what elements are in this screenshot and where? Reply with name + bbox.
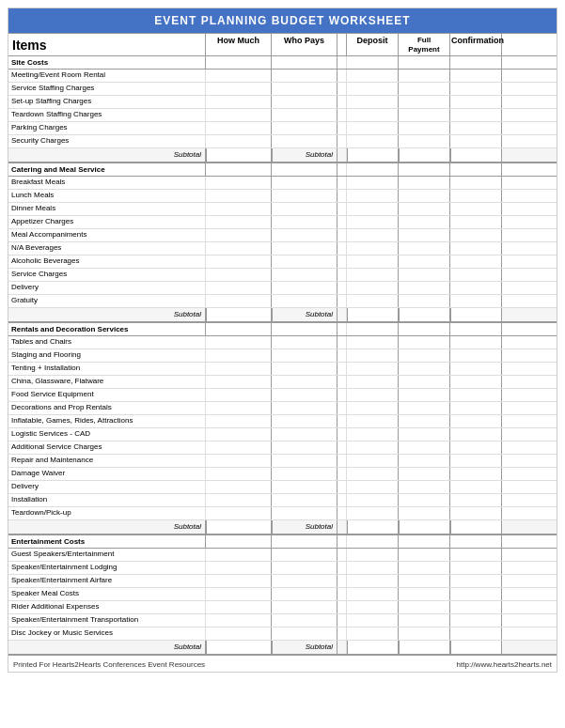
section-catering: Catering and Meal Service Breakfast Meal… xyxy=(8,163,557,323)
row-label: Installation xyxy=(8,494,206,506)
items-header: Items xyxy=(8,34,206,55)
row-label: Lunch Meals xyxy=(8,190,206,202)
who-pays-header: Who Pays xyxy=(272,34,337,55)
sh-full[interactable] xyxy=(399,56,450,69)
table-row: Service Staffing Charges xyxy=(8,83,557,96)
row-label: Logistic Services - CAD xyxy=(8,428,206,441)
section-site-costs: Site Costs Meeting/Event Room Rental Ser… xyxy=(8,56,557,163)
table-row: Food Service Equipment xyxy=(8,389,557,402)
subtotal-label: Subtotal xyxy=(8,148,206,162)
sh-howmuch xyxy=(206,56,272,69)
sh-conf[interactable] xyxy=(450,56,502,69)
subtotal-label: Subtotal xyxy=(8,520,206,534)
section-title: Site Costs xyxy=(8,56,206,69)
row-label: Delivery xyxy=(8,481,206,493)
row-label: Staging and Flooring xyxy=(8,349,206,362)
table-row: Repair and Maintenance xyxy=(8,455,557,468)
how-much-header: How Much xyxy=(206,34,272,55)
table-row: China, Glassware, Flatware xyxy=(8,376,557,389)
row-label: Speaker/Entertainment Transportation xyxy=(8,614,206,627)
subtotal-label: Subtotal xyxy=(8,641,206,654)
footer: Printed For Hearts2Hearts Conferences Ev… xyxy=(8,656,557,672)
table-row: Dinner Meals xyxy=(8,203,557,216)
row-label: Teardown Staffing Charges xyxy=(8,109,206,121)
row-label: Meeting/Event Room Rental xyxy=(8,70,206,82)
table-row: Breakfast Meals xyxy=(8,177,557,190)
table-row: Speaker/Entertainment Lodging xyxy=(8,562,557,575)
table-row: Alcoholic Beverages xyxy=(8,256,557,269)
page-title: EVENT PLANNING BUDGET WORKSHEET xyxy=(8,8,557,33)
row-label: N/A Beverages xyxy=(8,242,206,255)
column-headers: Items How Much Who Pays Deposit FullPaym… xyxy=(8,33,557,56)
row-label: Parking Charges xyxy=(8,122,206,134)
row-label: Repair and Maintenance xyxy=(8,455,206,467)
row-label: Service Charges xyxy=(8,269,206,281)
table-row: N/A Beverages xyxy=(8,242,557,256)
row-label: Dinner Meals xyxy=(8,203,206,215)
worksheet: EVENT PLANNING BUDGET WORKSHEET Items Ho… xyxy=(8,8,557,673)
table-row: Additional Service Charges xyxy=(8,441,557,455)
footer-right: http://www.hearts2hearts.net xyxy=(457,660,552,669)
row-label: Meal Accompaniments xyxy=(8,229,206,241)
table-row: Delivery xyxy=(8,282,557,295)
section-header-row: Entertainment Costs xyxy=(8,535,557,549)
table-row: Logistic Services - CAD xyxy=(8,428,557,441)
sh-deposit[interactable] xyxy=(347,56,399,69)
row-label: Teardown/Pick-up xyxy=(8,507,206,519)
row-label: Rider Additional Expenses xyxy=(8,601,206,613)
section-title: Entertainment Costs xyxy=(8,535,206,548)
section-title: Rentals and Decoration Services xyxy=(8,323,206,335)
table-row: Security Charges xyxy=(8,135,557,148)
subtotal-row: Subtotal Subtotal xyxy=(8,148,557,163)
table-row: Gratuity xyxy=(8,295,557,308)
table-row: Disc Jockey or Music Services xyxy=(8,627,557,641)
table-row: Tables and Chairs xyxy=(8,336,557,349)
table-row: Lunch Meals xyxy=(8,190,557,203)
table-row: Delivery xyxy=(8,481,557,494)
row-label: Security Charges xyxy=(8,135,206,147)
table-row: Speaker Meal Costs xyxy=(8,588,557,601)
table-row: Parking Charges xyxy=(8,122,557,135)
row-label: Service Staffing Charges xyxy=(8,83,206,95)
row-label: Guest Speakers/Entertainment xyxy=(8,549,206,561)
table-row: Speaker/Entertainment Transportation xyxy=(8,614,557,627)
row-label: Inflatable, Games, Rides, Attractions xyxy=(8,415,206,427)
row-label: China, Glassware, Flatware xyxy=(8,376,206,388)
row-label: Set-up Staffing Charges xyxy=(8,96,206,108)
row-label: Breakfast Meals xyxy=(8,177,206,189)
row-label: Gratuity xyxy=(8,295,206,307)
sh-div xyxy=(337,56,347,69)
section-header-row: Rentals and Decoration Services xyxy=(8,323,557,336)
table-row: Decorations and Prop Rentals xyxy=(8,402,557,415)
footer-left: Printed For Hearts2Hearts Conferences Ev… xyxy=(13,660,205,669)
subtotal-label2: Subtotal xyxy=(272,148,337,162)
row-label: Speaker/Entertainment Lodging xyxy=(8,562,206,574)
section-title: Catering and Meal Service xyxy=(8,163,206,176)
subtotal-row: Subtotal Subtotal xyxy=(8,308,557,322)
table-row: Teardown/Pick-up xyxy=(8,507,557,520)
who-pays-cell[interactable] xyxy=(272,70,337,82)
full-payment-header: FullPayment xyxy=(399,34,450,55)
row-label: Speaker Meal Costs xyxy=(8,588,206,600)
how-much-cell[interactable] xyxy=(206,70,272,82)
table-row: Damage Waiver xyxy=(8,468,557,481)
table-row: Teardown Staffing Charges xyxy=(8,109,557,122)
row-label: Additional Service Charges xyxy=(8,441,206,454)
row-label: Tables and Chairs xyxy=(8,336,206,349)
row-label: Disc Jockey or Music Services xyxy=(8,627,206,640)
table-row: Inflatable, Games, Rides, Attractions xyxy=(8,415,557,428)
table-row: Rider Additional Expenses xyxy=(8,601,557,614)
table-row: Installation xyxy=(8,494,557,507)
table-row: Set-up Staffing Charges xyxy=(8,96,557,109)
deposit-header: Deposit xyxy=(347,34,399,55)
table-row: Appetizer Charges xyxy=(8,216,557,229)
confirmation-header: Confirmation xyxy=(450,34,502,55)
table-row: Meeting/Event Room Rental xyxy=(8,70,557,83)
spacer-header xyxy=(337,34,347,55)
row-label: Speaker/Entertainment Airfare xyxy=(8,575,206,587)
table-row: Staging and Flooring xyxy=(8,349,557,363)
subtotal-label: Subtotal xyxy=(8,308,206,321)
table-row: Speaker/Entertainment Airfare xyxy=(8,575,557,588)
row-label: Decorations and Prop Rentals xyxy=(8,402,206,414)
table-row: Tenting + Installation xyxy=(8,363,557,376)
